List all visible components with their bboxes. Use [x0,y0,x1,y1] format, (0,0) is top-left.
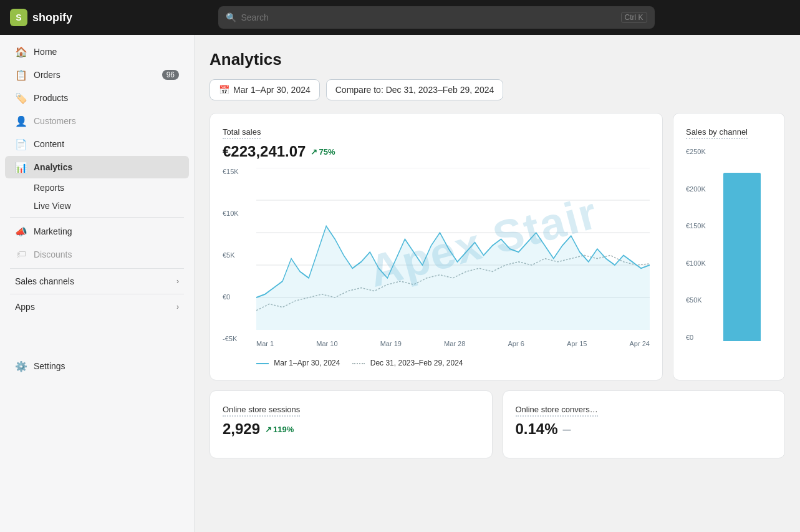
total-sales-value: €223,241.07 ↗ 75% [223,143,650,160]
content-icon: 📄 [15,138,27,150]
sidebar-item-products[interactable]: 🏷️ Products [5,87,189,109]
sidebar-item-apps[interactable]: Apps › [5,297,189,317]
sidebar-item-customers: 👤 Customers [5,110,189,132]
sidebar-divider-1 [10,217,184,218]
page-title: Analytics [210,50,785,69]
sidebar-item-label: Discounts [34,249,72,259]
sidebar-item-orders[interactable]: 📋 Orders 96 [5,64,189,86]
sales-by-channel-title: Sales by channel [686,127,748,139]
discounts-icon: 🏷 [15,248,27,261]
y-label-4: €10K [223,210,254,217]
y-label-3: €5K [223,251,254,259]
x-label-2: Mar 10 [316,340,337,347]
sessions-amount: 2,929 [223,420,260,438]
logo[interactable]: S shopify [10,9,72,26]
sidebar-item-discounts: 🏷 Discounts [5,243,189,266]
y-label-2: €0 [223,293,254,301]
x-label-6: Apr 15 [567,340,587,347]
online-sessions-card: Online store sessions 2,929 ↗ 119% [210,390,493,458]
main-content: Analytics 📅 Mar 1–Apr 30, 2024 Compare t… [195,35,800,532]
search-bar[interactable]: 🔍 Ctrl K [218,6,655,29]
chart-y-labels: €15K €10K €5K €0 -€5K [223,168,254,342]
online-conversion-title: Online store convers… [516,405,598,417]
x-label-7: Apr 24 [630,340,650,347]
total-sales-card: Apex Stair Total sales €223,241.07 ↗ 75%… [210,113,663,380]
sidebar-item-marketing[interactable]: 📣 Marketing [5,220,189,243]
home-icon: 🏠 [15,46,27,58]
logo-text: shopify [32,11,72,24]
online-conversion-value: 0.14% — [516,420,773,438]
compare-filter-button[interactable]: Compare to: Dec 31, 2023–Feb 29, 2024 [326,79,504,100]
sessions-change: ↗ 119% [265,425,294,434]
legend-current: Mar 1–Apr 30, 2024 [256,359,340,367]
online-conversion-card: Online store convers… 0.14% — [503,390,786,458]
x-label-3: Mar 19 [380,340,402,347]
chart-svg [256,168,650,330]
total-sales-change: ↗ 75% [311,147,335,157]
sidebar: 🏠 Home 📋 Orders 96 🏷️ Products 👤 Custome… [0,35,195,532]
channel-y-labels: €250K €200K €150K €100K €50K €0 [686,148,717,341]
sales-channel-bar [723,173,761,341]
settings-icon: ⚙️ [15,360,27,372]
sidebar-item-label: Home [34,47,57,57]
y-label-5: €15K [223,168,254,175]
y-label-1: -€5K [223,335,254,342]
sidebar-reports-label: Reports [34,183,64,193]
sidebar-apps-label: Apps [15,302,35,312]
sidebar-item-label: Products [34,93,68,103]
chevron-right-apps-icon: › [176,302,179,311]
topbar: S shopify 🔍 Ctrl K [0,0,800,35]
orders-icon: 📋 [15,69,27,81]
conversion-amount: 0.14% [516,420,558,438]
x-label-4: Mar 28 [444,340,465,347]
layout: 🏠 Home 📋 Orders 96 🏷️ Products 👤 Custome… [0,35,800,532]
sidebar-item-sales-channels[interactable]: Sales channels › [5,271,189,291]
search-input[interactable] [241,12,616,22]
chart-svg-area [256,168,650,330]
x-label-1: Mar 1 [256,340,274,347]
customers-icon: 👤 [15,115,27,127]
total-sales-amount: €223,241.07 [223,143,306,160]
search-shortcut: Ctrl K [621,12,647,23]
change-pct: 75% [319,147,335,157]
sidebar-item-settings[interactable]: ⚙️ Settings [5,355,189,377]
sidebar-item-label: Marketing [34,226,72,236]
sidebar-item-reports[interactable]: Reports [5,179,189,196]
bottom-cards-row: Online store sessions 2,929 ↗ 119% Onlin… [210,390,785,458]
orders-badge: 96 [162,70,179,80]
sidebar-item-analytics[interactable]: 📊 Analytics [5,156,189,178]
date-filter-label: Mar 1–Apr 30, 2024 [233,85,311,95]
total-sales-title: Total sales [223,127,261,139]
sessions-arrow-icon: ↗ [265,425,272,434]
sidebar-liveview-label: Live View [34,201,71,211]
sidebar-item-content[interactable]: 📄 Content [5,133,189,155]
sidebar-item-label: Analytics [34,162,72,172]
chart-x-labels: Mar 1 Mar 10 Mar 19 Mar 28 Apr 6 Apr 15 … [256,340,650,347]
compare-filter-label: Compare to: Dec 31, 2023–Feb 29, 2024 [335,85,494,95]
sidebar-divider-2 [10,268,184,269]
total-sales-chart: €15K €10K €5K €0 -€5K [223,168,650,367]
legend-solid-line [256,363,269,364]
online-sessions-value: 2,929 ↗ 119% [223,420,480,438]
calendar-icon: 📅 [219,85,229,95]
products-icon: 🏷️ [15,92,27,104]
main-cards-row: Apex Stair Total sales €223,241.07 ↗ 75%… [210,113,785,380]
sidebar-item-live-view[interactable]: Live View [5,197,189,215]
sidebar-sales-channels-label: Sales channels [15,276,74,286]
sidebar-divider-3 [10,294,184,294]
arrow-up-icon: ↗ [311,147,317,157]
shopify-logo-icon: S [10,9,27,26]
sidebar-item-home[interactable]: 🏠 Home [5,41,189,63]
sidebar-item-label: Customers [34,116,76,126]
legend-compare: Dec 31, 2023–Feb 29, 2024 [352,359,463,367]
x-label-5: Apr 6 [508,340,524,347]
online-sessions-title: Online store sessions [223,405,300,417]
chart-legend: Mar 1–Apr 30, 2024 Dec 31, 2023–Feb 29, … [256,359,463,367]
marketing-icon: 📣 [15,225,27,238]
analytics-icon: 📊 [15,161,27,173]
sidebar-item-label: Orders [34,70,60,80]
sales-channel-chart: €250K €200K €150K €100K €50K €0 [686,148,772,360]
sales-by-channel-card: Sales by channel €250K €200K €150K €100K… [673,113,785,380]
date-filter-button[interactable]: 📅 Mar 1–Apr 30, 2024 [210,79,320,100]
sidebar-item-label: Content [34,139,64,149]
